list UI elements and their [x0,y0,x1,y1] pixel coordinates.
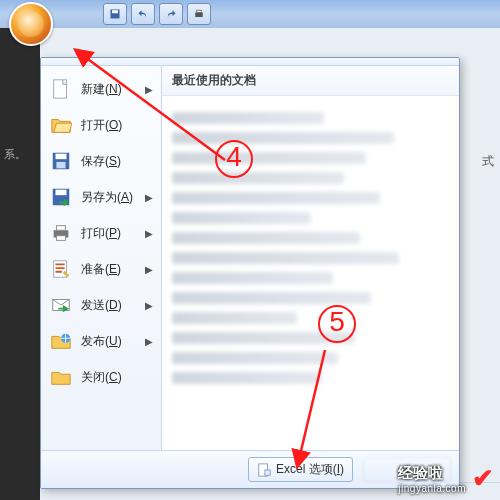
office-menu-right: 最近使用的文档 [162,66,459,450]
svg-rect-3 [197,10,202,12]
menu-item-label: 打印(P) [81,225,121,242]
office-button[interactable] [9,2,53,46]
check-icon: ✔ [472,463,494,494]
watermark: 经验啦 jingyanla.com ✔ [398,463,494,494]
qat-save-icon[interactable] [103,3,127,25]
title-bar [0,0,500,29]
qat-redo-icon[interactable] [159,3,183,25]
svg-rect-6 [56,154,67,160]
menu-item-label: 关闭(C) [81,369,122,386]
excel-options-label: Excel 选项(I) [276,461,344,478]
recent-docs-title: 最近使用的文档 [162,66,459,96]
svg-rect-12 [56,236,65,241]
svg-rect-17 [265,470,270,475]
svg-rect-1 [112,10,118,13]
chevron-right-icon: ▶ [145,264,153,275]
print-icon [49,221,73,245]
menu-item-close[interactable]: 关闭(C) [41,359,161,395]
send-icon [49,293,73,317]
menu-item-send[interactable]: 发送(D) ▶ [41,287,161,323]
menu-item-print[interactable]: 打印(P) ▶ [41,215,161,251]
close-icon [49,365,73,389]
menu-item-saveas[interactable]: 另存为(A) ▶ [41,179,161,215]
menu-item-label: 另存为(A) [81,189,133,206]
saveas-icon [49,185,73,209]
publish-icon [49,329,73,353]
open-icon [49,113,73,137]
qat-undo-icon[interactable] [131,3,155,25]
chevron-right-icon: ▶ [145,84,153,95]
menu-item-new[interactable]: 新建(N) ▶ [41,71,161,107]
menu-item-save[interactable]: 保存(S) [41,143,161,179]
office-menu-head [41,58,459,66]
save-icon [49,149,73,173]
menu-item-prepare[interactable]: 准备(E) ▶ [41,251,161,287]
menu-item-label: 发送(D) [81,297,122,314]
office-menu-left: 新建(N) ▶ 打开(O) 保存(S) 另存为(A) ▶ [41,66,162,450]
chevron-right-icon: ▶ [145,192,153,203]
app-left-strip: 系。 [0,28,40,500]
menu-item-label: 新建(N) [81,81,122,98]
office-menu-footer: Excel 选项(I) [41,450,459,488]
menu-item-label: 准备(E) [81,261,121,278]
svg-rect-9 [56,190,67,196]
new-icon [49,77,73,101]
svg-rect-2 [195,13,203,18]
watermark-brand: 经验啦 [398,464,443,481]
qat-print-icon[interactable] [187,3,211,25]
menu-item-label: 发布(U) [81,333,122,350]
menu-item-label: 打开(O) [81,117,122,134]
svg-rect-7 [56,162,65,168]
excel-options-button[interactable]: Excel 选项(I) [248,457,353,482]
menu-item-publish[interactable]: 发布(U) ▶ [41,323,161,359]
chevron-right-icon: ▶ [145,300,153,311]
svg-rect-11 [56,226,65,231]
recent-docs-list [162,96,459,450]
options-icon [257,463,271,477]
menu-item-label: 保存(S) [81,153,121,170]
watermark-url: jingyanla.com [398,483,466,494]
ribbon-label: 式 [482,153,494,170]
chevron-right-icon: ▶ [145,336,153,347]
strip-text: 系。 [0,143,40,166]
menu-item-open[interactable]: 打开(O) [41,107,161,143]
prepare-icon [49,257,73,281]
office-menu: 新建(N) ▶ 打开(O) 保存(S) 另存为(A) ▶ [40,57,460,489]
chevron-right-icon: ▶ [145,228,153,239]
